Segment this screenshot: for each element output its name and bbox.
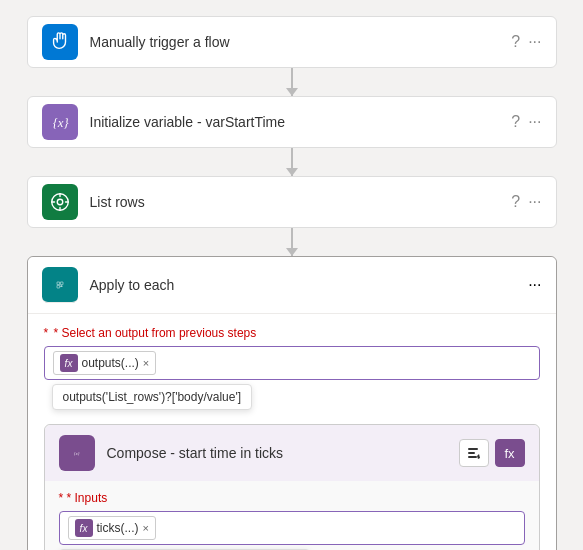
compose-card: {x} Compose - start time in ticks — [44, 424, 540, 550]
svg-rect-3 — [57, 282, 60, 285]
apply-each-container: Apply to each ··· * * Select an output f… — [27, 256, 557, 550]
compose-card-body: * * Inputs fx ticks(...) × ticks(items('… — [45, 481, 539, 550]
apply-each-actions: ··· — [528, 276, 541, 294]
svg-rect-5 — [57, 285, 60, 288]
step-initialize-variable[interactable]: {x} Initialize variable - varStartTime ?… — [27, 96, 557, 148]
inputs-token-chip[interactable]: fx ticks(...) × — [68, 516, 156, 540]
svg-rect-9 — [468, 456, 477, 458]
compose-title: Compose - start time in ticks — [107, 445, 459, 461]
compose-btn-template[interactable] — [459, 439, 489, 467]
output-token-chip[interactable]: fx outputs(...) × — [53, 351, 157, 375]
step-title-manually-trigger: Manually trigger a flow — [90, 34, 512, 50]
inputs-label: * * Inputs — [59, 491, 525, 505]
apply-each-title: Apply to each — [90, 277, 529, 293]
svg-rect-8 — [468, 452, 475, 454]
inputs-token-close[interactable]: × — [143, 522, 149, 534]
required-star-inputs: * — [59, 491, 64, 505]
step-manually-trigger[interactable]: Manually trigger a flow ? ··· — [27, 16, 557, 68]
step-title-list-rows: List rows — [90, 194, 512, 210]
compose-btn-fx[interactable]: fx — [495, 439, 525, 467]
more-icon-initialize-variable[interactable]: ··· — [528, 113, 541, 131]
flow-canvas: Manually trigger a flow ? ··· {x} Initia… — [16, 16, 567, 550]
step-icon-initialize-variable: {x} — [42, 104, 78, 140]
select-output-label: * * Select an output from previous steps — [44, 326, 540, 340]
inputs-token-input[interactable]: fx ticks(...) × — [59, 511, 525, 545]
apply-each-body: * * Select an output from previous steps… — [28, 314, 556, 550]
apply-each-header[interactable]: Apply to each ··· — [28, 257, 556, 314]
connector-3 — [291, 228, 293, 256]
more-icon-apply-each[interactable]: ··· — [528, 276, 541, 293]
help-icon-list-rows[interactable]: ? — [511, 193, 520, 211]
output-token-input[interactable]: fx outputs(...) × — [44, 346, 540, 380]
connector-1 — [291, 68, 293, 96]
output-token-label: outputs(...) — [82, 356, 139, 370]
svg-text:{x}: {x} — [52, 116, 69, 130]
svg-text:{x}: {x} — [74, 451, 80, 456]
step-title-initialize-variable: Initialize variable - varStartTime — [90, 114, 512, 130]
fx-icon-inputs: fx — [75, 519, 93, 537]
compose-icon: {x} — [59, 435, 95, 471]
step-icon-apply-each — [42, 267, 78, 303]
more-icon-list-rows[interactable]: ··· — [528, 193, 541, 211]
help-icon-manually-trigger[interactable]: ? — [511, 33, 520, 51]
compose-header-buttons: fx — [459, 439, 525, 467]
fx-icon-output: fx — [60, 354, 78, 372]
fx-label: fx — [504, 446, 514, 461]
step-actions-manually-trigger: ? ··· — [511, 33, 541, 51]
svg-rect-4 — [60, 282, 63, 285]
svg-rect-7 — [468, 448, 478, 450]
step-icon-manually-trigger — [42, 24, 78, 60]
compose-card-header[interactable]: {x} Compose - start time in ticks — [45, 425, 539, 481]
step-list-rows[interactable]: List rows ? ··· — [27, 176, 557, 228]
step-actions-list-rows: ? ··· — [511, 193, 541, 211]
output-token-close[interactable]: × — [143, 357, 149, 369]
connector-2 — [291, 148, 293, 176]
inputs-token-label: ticks(...) — [97, 521, 139, 535]
output-tooltip: outputs('List_rows')?['body/value'] — [52, 384, 253, 410]
step-actions-initialize-variable: ? ··· — [511, 113, 541, 131]
svg-point-2 — [57, 199, 63, 205]
required-star-output: * — [44, 326, 49, 340]
help-icon-initialize-variable[interactable]: ? — [511, 113, 520, 131]
more-icon-manually-trigger[interactable]: ··· — [528, 33, 541, 51]
step-icon-list-rows — [42, 184, 78, 220]
